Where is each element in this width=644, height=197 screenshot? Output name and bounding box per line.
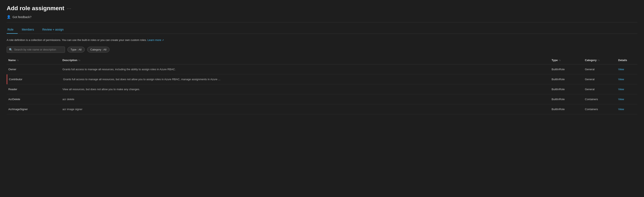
search-icon: 🔍 bbox=[9, 48, 12, 51]
col-header-name[interactable]: Name ↑↓ bbox=[7, 58, 61, 63]
role-description: Grants full access to manage all resourc… bbox=[61, 66, 550, 72]
tab-role[interactable]: Role bbox=[7, 26, 18, 34]
role-type: BuiltInRole bbox=[550, 66, 583, 72]
sort-description-icon: ↑↓ bbox=[78, 59, 80, 61]
tab-members[interactable]: Members bbox=[21, 26, 38, 34]
role-type: BuiltInRole bbox=[550, 106, 583, 112]
description-section: A role definition is a collection of per… bbox=[7, 38, 637, 42]
type-filter-pill[interactable]: Type : All bbox=[68, 47, 85, 52]
table-row[interactable]: AcrImageSigner acr image signer BuiltInR… bbox=[7, 104, 637, 114]
tabs-row: Role Members Review + assign bbox=[7, 26, 637, 34]
feedback-link[interactable]: Got feedback? bbox=[12, 15, 32, 19]
view-link[interactable]: View bbox=[616, 106, 637, 112]
learn-more-link[interactable]: Learn more bbox=[147, 38, 164, 41]
role-name: Reader bbox=[7, 86, 61, 92]
table-header: Name ↑↓ Description ↑↓ Type ↑↓ Category … bbox=[7, 56, 637, 64]
role-category: Containers bbox=[583, 106, 616, 112]
page-header: Add role assignment ··· bbox=[7, 5, 637, 12]
feedback-row: 👤 Got feedback? bbox=[7, 15, 637, 22]
category-filter-pill[interactable]: Category : All bbox=[87, 47, 110, 52]
role-description: acr delete bbox=[61, 96, 550, 102]
tab-review-assign[interactable]: Review + assign bbox=[42, 26, 68, 34]
sort-type-icon: ↑↓ bbox=[558, 59, 561, 61]
roles-table: Name ↑↓ Description ↑↓ Type ↑↓ Category … bbox=[7, 56, 637, 114]
role-category: General bbox=[583, 76, 616, 82]
search-input[interactable] bbox=[14, 48, 63, 51]
role-name: AcrDelete bbox=[7, 96, 61, 102]
role-type: BuiltInRole bbox=[550, 76, 583, 82]
col-header-description[interactable]: Description ↑↓ bbox=[61, 58, 550, 63]
view-link[interactable]: View bbox=[616, 76, 637, 82]
sort-name-icon: ↑↓ bbox=[16, 59, 19, 61]
role-type: BuiltInRole bbox=[550, 86, 583, 92]
table-row[interactable]: Contributor Grants full access to manage… bbox=[7, 74, 637, 84]
table-row[interactable]: Owner Grants full access to manage all r… bbox=[7, 64, 637, 74]
role-description: acr image signer bbox=[61, 106, 550, 112]
col-header-type[interactable]: Type ↑↓ bbox=[550, 58, 583, 63]
col-header-details: Details bbox=[616, 58, 637, 63]
role-name: Contributor bbox=[7, 76, 62, 82]
type-filter-label: Type : All bbox=[70, 48, 82, 51]
role-name: Owner bbox=[7, 66, 61, 72]
col-header-category[interactable]: Category ↑↓ bbox=[583, 58, 616, 63]
view-link[interactable]: View bbox=[616, 66, 637, 72]
role-name: AcrImageSigner bbox=[7, 106, 61, 112]
role-category: General bbox=[583, 66, 616, 72]
role-description: View all resources, but does not allow y… bbox=[61, 86, 550, 92]
feedback-icon: 👤 bbox=[7, 15, 11, 19]
category-filter-label: Category : All bbox=[90, 48, 106, 51]
table-row[interactable]: Reader View all resources, but does not … bbox=[7, 84, 637, 94]
sort-category-icon: ↑↓ bbox=[598, 59, 600, 61]
role-category: General bbox=[583, 86, 616, 92]
page-title: Add role assignment bbox=[7, 5, 64, 12]
description-text: A role definition is a collection of per… bbox=[7, 38, 147, 41]
more-options-icon[interactable]: ··· bbox=[67, 6, 72, 11]
table-row[interactable]: AcrDelete acr delete BuiltInRole Contain… bbox=[7, 94, 637, 104]
search-box[interactable]: 🔍 bbox=[7, 46, 65, 53]
role-category: Containers bbox=[583, 96, 616, 102]
filter-row: 🔍 Type : All Category : All bbox=[7, 46, 637, 53]
view-link[interactable]: View bbox=[616, 96, 637, 102]
role-type: BuiltInRole bbox=[550, 96, 583, 102]
role-description: Grants full access to manage all resourc… bbox=[62, 76, 550, 82]
view-link[interactable]: View bbox=[616, 86, 637, 92]
